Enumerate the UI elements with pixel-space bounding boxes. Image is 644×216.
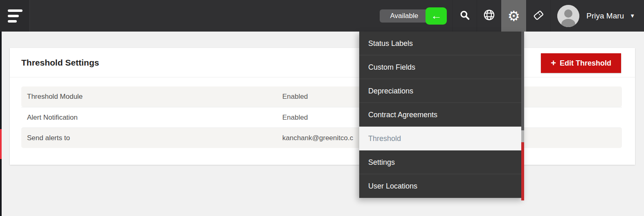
- search-button[interactable]: [453, 0, 477, 32]
- menu-item-threshold[interactable]: Threshold: [359, 127, 524, 150]
- ticket-icon: [532, 9, 545, 23]
- gear-icon: ⚙: [508, 9, 520, 23]
- hamburger-icon: [8, 9, 23, 12]
- status-select[interactable]: Available: [380, 9, 430, 23]
- edit-threshold-button[interactable]: + Edit Threshold: [541, 53, 621, 73]
- asset-status-group: Available ←: [380, 0, 453, 32]
- threshold-settings-table: Threshold Module Enabled Alert Notificat…: [21, 86, 622, 148]
- row-label: Alert Notification: [21, 114, 282, 122]
- table-row: Send alerts to kanchank@greenitco.c: [21, 127, 622, 148]
- settings-menu-button[interactable]: ⚙: [501, 0, 526, 32]
- table-row: Alert Notification Enabled: [21, 107, 622, 127]
- row-label: Send alerts to: [21, 134, 282, 142]
- menu-item-status-labels[interactable]: Status Labels: [359, 32, 524, 55]
- user-name: Priya Maru: [586, 11, 624, 20]
- menu-item-user-locations[interactable]: User Locations: [359, 174, 524, 198]
- menu-item-contract-agreements[interactable]: Contract Agreements: [359, 103, 524, 127]
- row-label: Threshold Module: [21, 93, 282, 101]
- top-navbar: Available ←: [0, 0, 644, 32]
- page-title: Threshold Settings: [21, 58, 99, 68]
- menu-item-depreciations[interactable]: Depreciations: [359, 79, 524, 103]
- dropdown-scrollbar-thumb[interactable]: [521, 142, 524, 200]
- hamburger-icon: [8, 15, 19, 17]
- edit-threshold-label: Edit Threshold: [560, 59, 611, 68]
- left-scrollbar-track: [0, 32, 2, 216]
- avatar: [557, 5, 579, 27]
- menu-item-settings[interactable]: Settings: [359, 150, 524, 174]
- menu-item-custom-fields[interactable]: Custom Fields: [359, 55, 524, 79]
- search-icon: [459, 10, 470, 22]
- globe-icon: [483, 9, 495, 23]
- go-back-button[interactable]: ←: [426, 7, 447, 25]
- user-menu[interactable]: Priya Maru ▼: [550, 0, 644, 32]
- dropdown-scrollbar-track: [521, 32, 524, 198]
- caret-down-icon: ▼: [630, 13, 635, 19]
- navbar-right-group: Available ←: [380, 0, 644, 32]
- table-row: Threshold Module Enabled: [21, 86, 622, 107]
- hamburger-icon: [8, 20, 17, 23]
- tickets-button[interactable]: [526, 0, 550, 32]
- language-button[interactable]: [477, 0, 501, 32]
- left-scrollbar-thumb[interactable]: [0, 129, 2, 159]
- hamburger-menu-button[interactable]: [0, 0, 30, 32]
- settings-dropdown-menu: Status Labels Custom Fields Depreciation…: [359, 32, 524, 198]
- left-arrow-icon: ←: [431, 9, 442, 22]
- plus-icon: +: [551, 59, 556, 68]
- threshold-settings-card: Threshold Settings + Edit Threshold Thre…: [10, 48, 635, 165]
- dropdown-scrollbar-track-dark: [521, 32, 524, 130]
- dropdown-scrollbar-track-light: [521, 130, 524, 142]
